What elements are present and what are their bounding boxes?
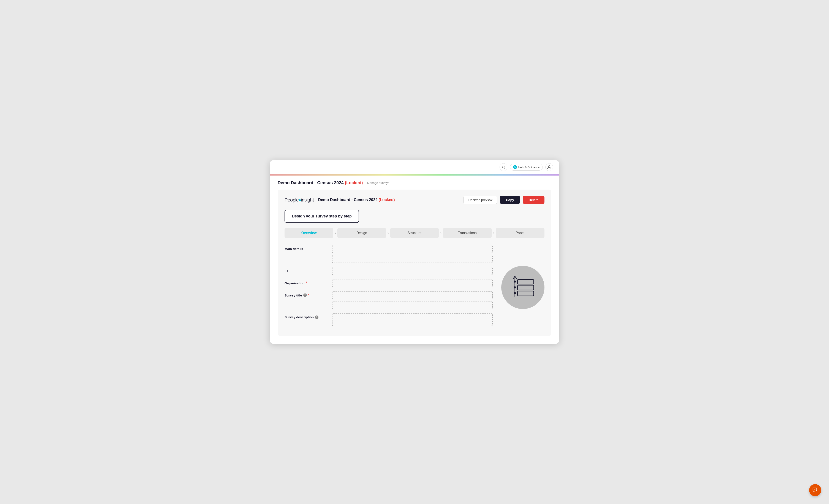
steps-nav: Overview › Design › Structure › Translat… [285, 228, 544, 238]
id-field[interactable] [332, 267, 493, 275]
card-actions: Desktop preview Copy Delete [464, 195, 544, 204]
chat-icon [813, 488, 818, 493]
step-translations-button[interactable]: Translations [443, 228, 492, 238]
svg-point-4 [514, 281, 516, 283]
main-details-field-2[interactable] [332, 255, 493, 263]
main-details-row: Main details [285, 245, 493, 263]
manage-surveys-link[interactable]: Manage surveys [367, 181, 390, 185]
step-design-button[interactable]: Design [337, 228, 386, 238]
step-overview-button[interactable]: Overview [285, 228, 333, 238]
arrow-3: › [439, 231, 443, 236]
main-details-label: Main details [285, 245, 328, 251]
delete-button[interactable]: Delete [522, 196, 544, 204]
page-title: Demo Dashboard - Census 2024 (Locked) [278, 180, 363, 185]
arrow-1: › [333, 231, 337, 236]
survey-description-label: Survey description ? [285, 313, 328, 319]
form-fields: Main details ID [285, 245, 493, 330]
survey-title-label: Survey title ? * [285, 291, 328, 297]
illustration-circle [501, 266, 544, 309]
id-label: ID [285, 267, 328, 273]
id-row: ID [285, 267, 493, 275]
chat-button[interactable] [809, 484, 821, 496]
logo-dot [299, 199, 301, 201]
design-step-box: Design your survey step by step [285, 210, 359, 223]
top-bar-actions: ↻ Help & Guidance [500, 163, 553, 171]
survey-title-input-area [332, 291, 493, 309]
survey-description-input-area [332, 313, 493, 326]
form-area: Main details ID [285, 245, 544, 330]
copy-button[interactable]: Copy [500, 196, 520, 204]
card-header: Peopleinsight Demo Dashboard - Census 20… [285, 195, 544, 204]
desktop-preview-button[interactable]: Desktop preview [464, 195, 497, 204]
organisation-field[interactable] [332, 279, 493, 287]
organisation-label: Organisation * [285, 279, 328, 285]
survey-description-row: Survey description ? [285, 313, 493, 326]
survey-title-info-icon: ? [303, 293, 307, 297]
organisation-input-area [332, 279, 493, 287]
main-details-input-area [332, 245, 493, 263]
card-survey-title-text: Demo Dashboard - Census 2024 [318, 197, 377, 202]
survey-title-required: * [308, 293, 310, 297]
organisation-required: * [306, 281, 307, 285]
help-label: Help & Guidance [518, 166, 540, 169]
step-item-overview: Overview [285, 228, 333, 238]
brand-title-group: Peopleinsight Demo Dashboard - Census 20… [285, 197, 395, 203]
user-button[interactable] [545, 163, 553, 171]
card-locked-badge: (Locked) [379, 197, 395, 202]
svg-point-2 [548, 166, 550, 167]
step-item-design: Design [337, 228, 386, 238]
top-bar: ↻ Help & Guidance [270, 160, 559, 174]
step-panel-button[interactable]: Panel [496, 228, 544, 238]
main-card: Peopleinsight Demo Dashboard - Census 20… [278, 190, 551, 336]
arrow-4: › [492, 231, 496, 236]
step-item-panel: Panel [496, 228, 544, 238]
step-item-structure: Structure [390, 228, 439, 238]
page-header: Demo Dashboard - Census 2024 (Locked) Ma… [270, 176, 559, 187]
help-icon: ↻ [513, 165, 517, 169]
search-icon [502, 166, 505, 169]
survey-icon [509, 274, 537, 301]
id-input-area [332, 267, 493, 275]
card-survey-title: Demo Dashboard - Census 2024 (Locked) [318, 197, 395, 202]
main-details-field-1[interactable] [332, 245, 493, 253]
help-button[interactable]: ↻ Help & Guidance [510, 164, 543, 171]
design-step-label: Design your survey step by step [292, 214, 352, 218]
svg-rect-9 [517, 291, 534, 296]
survey-title-row: Survey title ? * [285, 291, 493, 309]
arrow-2: › [386, 231, 390, 236]
survey-description-info-icon: ? [315, 316, 318, 319]
survey-description-field[interactable] [332, 313, 493, 326]
user-icon [547, 165, 551, 169]
organisation-row: Organisation * [285, 279, 493, 287]
svg-rect-7 [517, 285, 534, 290]
survey-title-field-1[interactable] [332, 291, 493, 299]
locked-badge: (Locked) [345, 180, 363, 185]
search-button[interactable] [500, 163, 507, 171]
page-title-text: Demo Dashboard - Census 2024 [278, 180, 344, 185]
svg-line-1 [504, 168, 505, 169]
main-details-text: Main details [285, 247, 303, 251]
illustration [501, 245, 544, 330]
step-item-translations: Translations [443, 228, 492, 238]
step-structure-button[interactable]: Structure [390, 228, 439, 238]
main-window: ↻ Help & Guidance Demo Dashboard - Censu… [270, 160, 559, 344]
svg-rect-5 [517, 280, 534, 284]
survey-title-field-2[interactable] [332, 301, 493, 309]
brand-logo: Peopleinsight [285, 197, 314, 203]
